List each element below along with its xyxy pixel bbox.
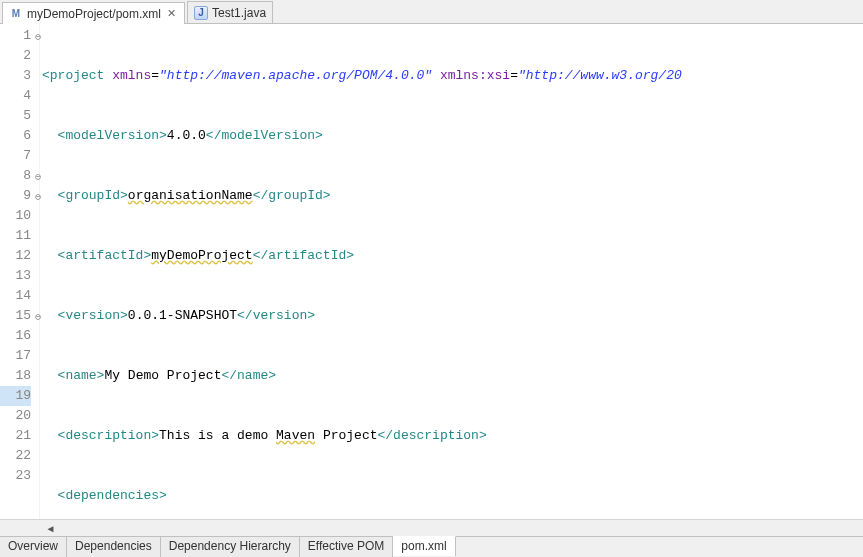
line-number: 10 bbox=[0, 206, 31, 226]
line-number: 11 bbox=[0, 226, 31, 246]
line-number: 6 bbox=[0, 126, 31, 146]
editor-tab-bar: M myDemoProject/pom.xml ✕ J Test1.java bbox=[0, 0, 863, 24]
code-line: <version>0.0.1-SNAPSHOT</version> bbox=[40, 306, 863, 326]
line-number: 17 bbox=[0, 346, 31, 366]
line-number: 2 bbox=[0, 46, 31, 66]
tab-dependencies[interactable]: Dependencies bbox=[67, 537, 161, 557]
scroll-left-arrow-icon[interactable]: ◄ bbox=[42, 521, 59, 536]
line-number-gutter: 1234567891011121314151617181920212223 bbox=[0, 24, 40, 519]
line-number: 13 bbox=[0, 266, 31, 286]
editor-area: 1234567891011121314151617181920212223 <p… bbox=[0, 24, 863, 519]
line-number: 4 bbox=[0, 86, 31, 106]
xml-file-icon: M bbox=[9, 7, 23, 21]
pom-editor-tabs: Overview Dependencies Dependency Hierarc… bbox=[0, 536, 863, 557]
horizontal-scrollbar[interactable]: ◄ bbox=[0, 519, 863, 536]
tab-label: Test1.java bbox=[212, 6, 266, 20]
code-editor[interactable]: <project xmlns="http://maven.apache.org/… bbox=[40, 24, 863, 519]
java-file-icon: J bbox=[194, 6, 208, 20]
line-number: 3 bbox=[0, 66, 31, 86]
tab-effective-pom[interactable]: Effective POM bbox=[300, 537, 393, 557]
code-line: <dependencies> bbox=[40, 486, 863, 506]
code-line: <modelVersion>4.0.0</modelVersion> bbox=[40, 126, 863, 146]
tab-overview[interactable]: Overview bbox=[0, 537, 67, 557]
line-number: 9 bbox=[0, 186, 31, 206]
line-number: 1 bbox=[0, 26, 31, 46]
scroll-track[interactable] bbox=[59, 521, 863, 536]
close-icon[interactable]: ✕ bbox=[165, 7, 178, 20]
code-line: <groupId>organisationName</groupId> bbox=[40, 186, 863, 206]
line-number: 21 bbox=[0, 426, 31, 446]
line-number: 5 bbox=[0, 106, 31, 126]
line-number: 18 bbox=[0, 366, 31, 386]
line-number: 15 bbox=[0, 306, 31, 326]
code-line: <artifactId>myDemoProject</artifactId> bbox=[40, 246, 863, 266]
code-line: <name>My Demo Project</name> bbox=[40, 366, 863, 386]
tab-test1-java[interactable]: J Test1.java bbox=[187, 1, 273, 23]
tab-pom-xml[interactable]: M myDemoProject/pom.xml ✕ bbox=[2, 2, 185, 24]
line-number: 12 bbox=[0, 246, 31, 266]
code-line: <project xmlns="http://maven.apache.org/… bbox=[40, 66, 863, 86]
tab-pom-xml-source[interactable]: pom.xml bbox=[393, 536, 455, 556]
tab-label: myDemoProject/pom.xml bbox=[27, 7, 161, 21]
line-number: 19 bbox=[0, 386, 31, 406]
line-number: 14 bbox=[0, 286, 31, 306]
line-number: 7 bbox=[0, 146, 31, 166]
line-number: 20 bbox=[0, 406, 31, 426]
line-number: 16 bbox=[0, 326, 31, 346]
code-line: <description>This is a demo Maven Projec… bbox=[40, 426, 863, 446]
line-number: 22 bbox=[0, 446, 31, 466]
line-number: 8 bbox=[0, 166, 31, 186]
line-number: 23 bbox=[0, 466, 31, 486]
tab-dependency-hierarchy[interactable]: Dependency Hierarchy bbox=[161, 537, 300, 557]
